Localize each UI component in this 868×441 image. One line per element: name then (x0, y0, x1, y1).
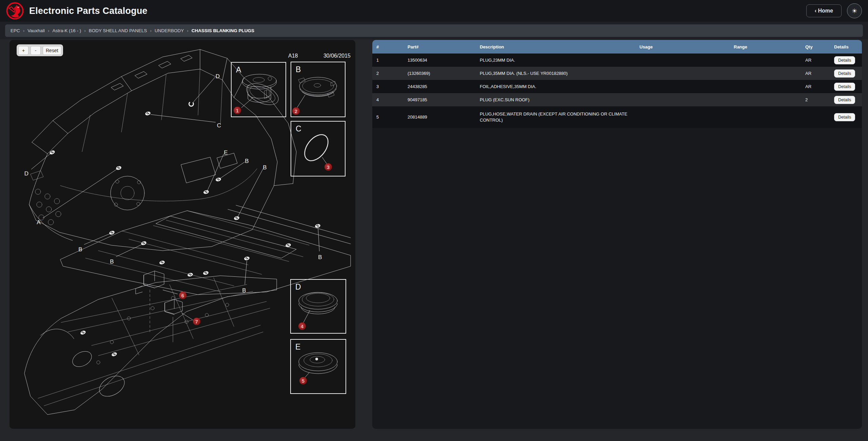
cell-part: 90497185 (403, 93, 476, 106)
marker-4[interactable]: 4 (298, 322, 306, 330)
cell-qty: AR (801, 67, 830, 80)
cell-range (730, 80, 801, 93)
cell-usage (635, 54, 730, 67)
hotspot-labels: D C D A E B B B B B B (24, 73, 322, 294)
cell-range (730, 106, 801, 128)
details-button[interactable]: Details (834, 69, 855, 78)
breadcrumb-separator: › (84, 28, 86, 33)
breadcrumb-item-epc[interactable]: EPC (11, 28, 20, 33)
table-row[interactable]: 1 13500634 PLUG,23MM DIA. AR Details (372, 54, 862, 67)
hotspot-label-c[interactable]: C (217, 122, 221, 129)
top-header-bar: Electronic Parts Catalogue ‹ Home ☀ (0, 0, 868, 22)
callout-letter-c: C (296, 124, 301, 133)
hotspot-label-d[interactable]: D (24, 170, 28, 177)
table-row[interactable]: 2 (13260369) PLUG,35MM DIA. (NLS.- USE Y… (372, 67, 862, 80)
marker-2[interactable]: 2 (292, 107, 300, 115)
marker-5[interactable]: 5 (299, 377, 307, 384)
cell-desc: FOIL,ADHESIVE,35MM DIA. (476, 80, 635, 93)
cell-usage (635, 80, 730, 93)
cell-range (730, 93, 801, 106)
parts-table: # Part# Description Usage Range Qty Deta… (372, 40, 862, 128)
breadcrumb-item-vauxhall[interactable]: Vauxhall (27, 28, 45, 33)
lower-body-drawing (24, 271, 277, 415)
parts-table-panel: # Part# Description Usage Range Qty Deta… (372, 40, 862, 429)
svg-text:4: 4 (301, 323, 304, 329)
svg-text:6: 6 (181, 293, 184, 298)
svg-text:2: 2 (295, 108, 297, 114)
cell-usage (635, 106, 730, 128)
details-button[interactable]: Details (834, 83, 855, 91)
cell-desc: PLUG,35MM DIA. (NLS.- USE YR00182880) (476, 67, 635, 80)
hotspot-label-d[interactable]: D (216, 73, 220, 80)
hotspot-label-b[interactable]: B (318, 254, 322, 260)
cell-num: 3 (372, 80, 403, 93)
table-header-row: # Part# Description Usage Range Qty Deta… (372, 40, 862, 54)
cell-range (730, 67, 801, 80)
svg-text:7: 7 (195, 319, 198, 324)
column-header-part: Part# (403, 40, 476, 54)
page-title: Electronic Parts Catalogue (29, 6, 147, 16)
sheet-code: A18 (288, 53, 298, 59)
details-button[interactable]: Details (834, 113, 855, 121)
cell-usage (635, 93, 730, 106)
column-header-details: Details (830, 40, 862, 54)
theme-toggle-button[interactable]: ☀ (847, 3, 862, 18)
epc-application: Electronic Parts Catalogue ‹ Home ☀ EPC … (0, 0, 868, 441)
cell-range (730, 54, 801, 67)
details-button[interactable]: Details (834, 96, 855, 104)
hotspot-label-b[interactable]: B (110, 258, 114, 265)
zoom-out-button[interactable]: - (31, 46, 41, 55)
cell-qty: 2 (801, 93, 830, 106)
zoom-reset-button[interactable]: Reset (43, 46, 61, 55)
cell-desc: PLUG (EXC.SUN ROOF) (476, 93, 635, 106)
svg-text:3: 3 (327, 164, 330, 170)
column-header-usage: Usage (635, 40, 730, 54)
cell-qty: AR (801, 54, 830, 67)
table-row[interactable]: 5 20814889 PLUG,HOSE,WATER DRAIN (EXCEPT… (372, 106, 862, 128)
cell-desc: PLUG,23MM DIA. (476, 54, 635, 67)
cell-desc: PLUG,HOSE,WATER DRAIN (EXCEPT AIR CONDIT… (476, 106, 635, 128)
table-row[interactable]: 4 90497185 PLUG (EXC.SUN ROOF) 2 Details (372, 93, 862, 106)
details-button[interactable]: Details (834, 56, 855, 64)
breadcrumb-separator: › (187, 28, 189, 33)
callout-box-b: B (291, 62, 345, 117)
cell-qty: AR (801, 80, 830, 93)
vauxhall-griffin-logo (6, 2, 24, 20)
breadcrumb-strip: EPC › Vauxhall › Astra-K (16 - ) › BODY … (0, 22, 868, 39)
callout-box-c: C (291, 121, 345, 176)
breadcrumb: EPC › Vauxhall › Astra-K (16 - ) › BODY … (5, 24, 863, 37)
hotspot-label-e[interactable]: E (224, 149, 228, 156)
marker-3[interactable]: 3 (324, 163, 332, 171)
hotspot-label-b[interactable]: B (245, 158, 249, 164)
hotspot-label-b[interactable]: B (242, 287, 246, 294)
breadcrumb-item-body-shell[interactable]: BODY SHELL AND PANELS (89, 28, 147, 33)
cell-num: 5 (372, 106, 403, 128)
cell-qty (801, 106, 830, 128)
table-row[interactable]: 3 24438285 FOIL,ADHESIVE,35MM DIA. AR De… (372, 80, 862, 93)
column-header-range: Range (730, 40, 801, 54)
breadcrumb-item-underbody[interactable]: UNDERBODY (155, 28, 184, 33)
cell-num: 1 (372, 54, 403, 67)
column-header-qty: Qty (801, 40, 830, 54)
hotspot-label-b[interactable]: B (263, 164, 267, 171)
callout-letter-b: B (296, 65, 301, 74)
breadcrumb-separator: › (150, 28, 152, 33)
callout-letter-e: E (295, 342, 300, 351)
cell-part: 24438285 (403, 80, 476, 93)
hotspot-label-b[interactable]: B (78, 246, 82, 253)
cell-usage (635, 67, 730, 80)
svg-text:5: 5 (302, 378, 304, 384)
cell-part: 20814889 (403, 106, 476, 128)
column-header-num: # (372, 40, 403, 54)
diagram-panel: + - Reset A18 30/06/2015 (9, 40, 355, 429)
marker-7[interactable]: 7 (193, 318, 200, 325)
hotspot-label-a[interactable]: A (37, 219, 41, 226)
home-button[interactable]: ‹ Home (806, 4, 842, 17)
breadcrumb-separator: › (23, 28, 25, 33)
marker-1[interactable]: 1 (234, 107, 241, 114)
marker-6[interactable]: 6 (179, 292, 186, 299)
zoom-in-button[interactable]: + (18, 46, 28, 55)
breadcrumb-item-astra-k[interactable]: Astra-K (16 - ) (53, 28, 81, 33)
breadcrumb-separator: › (48, 28, 50, 33)
cell-part: (13260369) (403, 67, 476, 80)
